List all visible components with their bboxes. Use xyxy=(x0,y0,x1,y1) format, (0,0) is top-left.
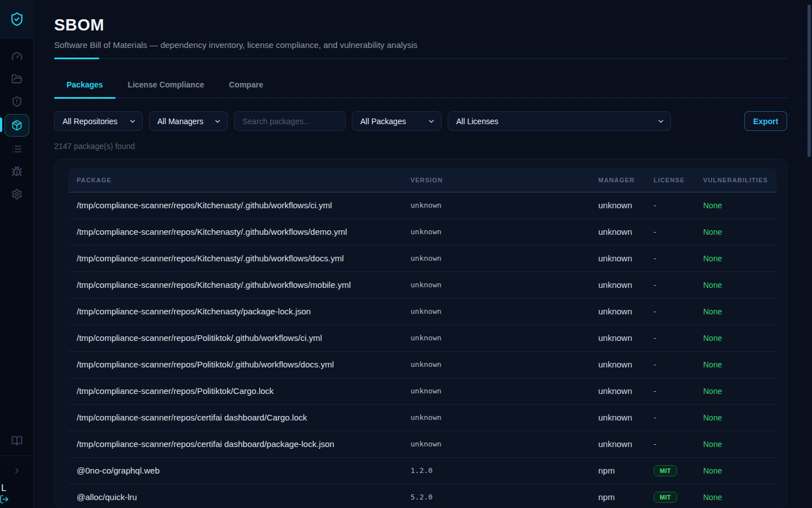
package-path-cell: /tmp/compliance-scanner/repos/certifai d… xyxy=(68,404,411,431)
tab-bar: Packages License Compliance Compare xyxy=(54,71,787,98)
package-license-cell: MIT xyxy=(654,484,703,508)
package-vulnerabilities-cell: None xyxy=(703,245,776,271)
package-vulnerabilities-cell: None xyxy=(703,192,776,218)
package-vulnerabilities-cell: None xyxy=(703,325,776,351)
package-type-filter-select[interactable]: All Packages xyxy=(352,112,441,130)
package-vulnerabilities-cell: None xyxy=(703,218,776,245)
packages-table-card: Package Version Manager License Vulnerab… xyxy=(54,159,787,508)
main-content: SBOM Software Bill of Materials — depend… xyxy=(34,0,812,508)
package-version-cell: unknown xyxy=(411,192,598,218)
package-path-cell: /tmp/compliance-scanner/repos/Politiktok… xyxy=(68,351,411,378)
package-vulnerabilities-cell: None xyxy=(703,298,776,325)
shield-check-icon xyxy=(10,12,24,27)
license-value: - xyxy=(654,201,656,210)
folder-open-icon xyxy=(11,73,23,85)
sidebar-item-compliance[interactable] xyxy=(5,91,29,112)
tab-license-compliance[interactable]: License Compliance xyxy=(116,71,217,98)
package-manager-cell: unknown xyxy=(598,192,654,218)
sidebar-nav xyxy=(5,46,29,204)
package-license-cell: - xyxy=(654,298,703,325)
package-manager-cell: unknown xyxy=(598,431,654,457)
table-row[interactable]: /tmp/compliance-scanner/repos/Kitchenast… xyxy=(68,245,776,271)
package-type-filter: All Packages xyxy=(352,111,442,131)
sidebar-item-vulnerabilities[interactable] xyxy=(5,161,29,182)
package-version-cell: unknown xyxy=(411,271,598,298)
column-header-manager[interactable]: Manager xyxy=(598,168,654,192)
active-nav-indicator xyxy=(0,117,2,132)
vertical-scrollbar-thumb[interactable] xyxy=(807,5,811,157)
sidebar xyxy=(0,0,34,508)
table-row[interactable]: /tmp/compliance-scanner/repos/Kitchenast… xyxy=(68,192,776,218)
sidebar-item-reports[interactable] xyxy=(5,139,29,159)
package-license-cell: - xyxy=(654,431,703,457)
package-icon xyxy=(11,120,23,131)
table-row[interactable]: /tmp/compliance-scanner/repos/Politiktok… xyxy=(68,378,776,404)
package-path-cell: /tmp/compliance-scanner/repos/Kitchenast… xyxy=(68,271,411,298)
manager-filter: All Managers xyxy=(149,111,228,131)
table-row[interactable]: @0no-co/graphql.web 1.2.0 npm MIT None xyxy=(68,457,776,484)
column-header-version[interactable]: Version xyxy=(411,168,598,192)
package-version-cell: unknown xyxy=(411,245,598,271)
package-manager-cell: unknown xyxy=(598,298,654,325)
tab-compare[interactable]: Compare xyxy=(217,71,276,98)
chevron-right-icon xyxy=(12,466,21,475)
table-row[interactable]: /tmp/compliance-scanner/repos/Kitchenast… xyxy=(68,218,776,245)
results-count: 2147 package(s) found xyxy=(54,142,787,151)
sidebar-item-settings[interactable] xyxy=(5,184,29,204)
sidebar-collapse-button[interactable] xyxy=(5,461,29,481)
list-icon xyxy=(11,143,23,155)
license-value: - xyxy=(654,281,656,290)
license-value: - xyxy=(654,307,656,316)
table-row[interactable]: /tmp/compliance-scanner/repos/certifai d… xyxy=(68,404,776,431)
sidebar-item-repositories[interactable] xyxy=(5,69,29,89)
bug-icon xyxy=(11,166,23,177)
table-row[interactable]: @alloc/quick-lru 5.2.0 npm MIT None xyxy=(68,484,776,508)
package-license-cell: MIT xyxy=(654,457,703,484)
sidebar-item-dashboard[interactable] xyxy=(5,46,29,67)
log-out-icon[interactable] xyxy=(0,494,9,504)
package-version-cell: unknown xyxy=(411,378,598,404)
license-value: - xyxy=(654,360,656,369)
table-row[interactable]: /tmp/compliance-scanner/repos/Kitchenast… xyxy=(68,298,776,325)
package-license-cell: - xyxy=(654,192,703,218)
package-path-cell: /tmp/compliance-scanner/repos/Kitchenast… xyxy=(68,298,411,325)
app-root: L SBOM Software Bill of Materials — depe… xyxy=(0,0,812,508)
package-manager-cell: unknown xyxy=(598,378,654,404)
table-row[interactable]: /tmp/compliance-scanner/repos/Politiktok… xyxy=(68,351,776,378)
sidebar-item-sbom[interactable] xyxy=(5,114,29,137)
package-vulnerabilities-cell: None xyxy=(703,271,776,298)
package-manager-cell: unknown xyxy=(598,218,654,245)
package-vulnerabilities-cell: None xyxy=(703,351,776,378)
table-row[interactable]: /tmp/compliance-scanner/repos/Kitchenast… xyxy=(68,271,776,298)
sidebar-item-docs[interactable] xyxy=(5,431,29,451)
export-button[interactable]: Export xyxy=(744,111,787,131)
package-manager-cell: npm xyxy=(598,457,654,484)
package-version-cell: 5.2.0 xyxy=(411,484,598,508)
license-filter: All Licenses xyxy=(448,111,671,131)
packages-table-body: /tmp/compliance-scanner/repos/Kitchenast… xyxy=(68,192,776,508)
package-license-cell: - xyxy=(654,378,703,404)
package-version-cell: unknown xyxy=(411,351,598,378)
package-vulnerabilities-cell: None xyxy=(703,378,776,404)
packages-table: Package Version Manager License Vulnerab… xyxy=(68,168,776,508)
search-input[interactable] xyxy=(235,112,345,130)
gear-icon xyxy=(11,189,23,200)
column-header-license[interactable]: License xyxy=(654,168,703,192)
package-path-cell: /tmp/compliance-scanner/repos/Politiktok… xyxy=(68,325,411,351)
table-row[interactable]: /tmp/compliance-scanner/repos/certifai d… xyxy=(68,431,776,457)
license-value: - xyxy=(654,254,656,263)
app-logo[interactable] xyxy=(0,0,34,38)
license-filter-select[interactable]: All Licenses xyxy=(448,112,670,130)
package-version-cell: 1.2.0 xyxy=(411,457,598,484)
repository-filter-select[interactable]: All Repositories xyxy=(55,112,142,130)
manager-filter-select[interactable]: All Managers xyxy=(149,112,227,130)
page-title: SBOM xyxy=(54,16,787,34)
license-value: MIT xyxy=(654,492,677,503)
gauge-icon xyxy=(11,51,23,62)
table-row[interactable]: /tmp/compliance-scanner/repos/Politiktok… xyxy=(68,325,776,351)
sidebar-divider xyxy=(0,456,34,456)
column-header-vulnerabilities[interactable]: Vulnerabilities xyxy=(703,168,776,192)
column-header-package[interactable]: Package xyxy=(68,168,411,192)
search-box xyxy=(234,111,346,131)
tab-packages[interactable]: Packages xyxy=(54,71,116,98)
